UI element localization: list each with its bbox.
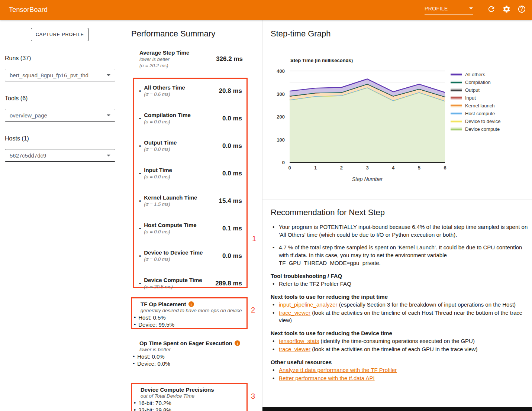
legend-label: Kernel launch bbox=[465, 103, 495, 109]
title-text: Device Compute Precisions bbox=[141, 386, 214, 393]
rec-item-link[interactable]: Better performance with the tf.data API bbox=[279, 375, 375, 381]
annotation-box-1: • All Others Time(σ = 0.6 ms) 20.8 ms • … bbox=[133, 78, 248, 288]
precisions-sub: out of Total Device Time bbox=[141, 393, 244, 399]
metric-value: 0.0 ms bbox=[222, 170, 242, 177]
tools-select-wrap: overview_page bbox=[5, 109, 115, 122]
rec-item-link[interactable]: input_pipeline_analyzer bbox=[279, 301, 338, 308]
legend-swatch-icon bbox=[451, 88, 462, 92]
dashboard-selector[interactable]: PROFILE bbox=[425, 6, 473, 14]
annotation-box-3: Device Compute Precisions out of Total D… bbox=[131, 383, 248, 411]
metric-label: Average Step Time bbox=[139, 49, 216, 56]
rec-item-text: Refer to the TF2 Profiler FAQ bbox=[279, 281, 351, 287]
bullet: • bbox=[139, 225, 141, 232]
list-item-text: Device: 99.5% bbox=[138, 321, 174, 328]
legend-swatch-icon bbox=[451, 104, 462, 107]
breakdown-row: • All Others Time(σ = 0.6 ms) 20.8 ms bbox=[138, 84, 242, 97]
rec-item-link[interactable]: trace_viewer bbox=[279, 346, 310, 352]
recommendation-bullet: Your program is POTENTIALLY input-bound … bbox=[271, 223, 528, 239]
recommendation-section: Recommendation for Next Step Your progra… bbox=[271, 208, 528, 383]
rec-item-link[interactable]: Analyze tf.data performance with the TF … bbox=[279, 367, 397, 373]
metric-value: 289.8 ms bbox=[215, 280, 242, 287]
svg-text:300: 300 bbox=[277, 91, 285, 97]
title-text: TF Op Placement bbox=[141, 301, 186, 307]
help-icon bbox=[518, 5, 526, 15]
annotation-box-2: TF Op Placement i generally desired to h… bbox=[131, 297, 248, 329]
tools-select[interactable]: overview_page bbox=[5, 109, 115, 122]
eager-sub: lower is better bbox=[139, 347, 248, 352]
metric-sigma: (σ = 20.5 ms) bbox=[144, 284, 215, 290]
legend-item: Device compute bbox=[451, 125, 500, 133]
bullet: • bbox=[139, 253, 141, 259]
bullet: • bbox=[139, 170, 141, 177]
legend-item: All others bbox=[451, 71, 500, 78]
legend-label: Output bbox=[465, 87, 480, 93]
metric-label: All Others Time bbox=[144, 84, 219, 91]
hosts-select-wrap: 5627c5dd7dc9 bbox=[5, 149, 115, 162]
metric-sigma: (σ = 0.0 ms) bbox=[144, 229, 222, 235]
info-icon[interactable]: i bbox=[235, 340, 240, 346]
bullet: • bbox=[139, 88, 141, 94]
legend-swatch-icon bbox=[451, 120, 462, 123]
rec-item-link[interactable]: trace_viewer bbox=[279, 310, 310, 316]
tools-label: Tools (6) bbox=[5, 95, 115, 102]
metric-label: Output Time bbox=[144, 139, 222, 146]
runs-select[interactable]: bert_squad_8gpu_fp16_pvt_thd bbox=[5, 69, 115, 81]
hosts-label: Hosts (1) bbox=[5, 135, 115, 142]
help-button[interactable] bbox=[517, 6, 526, 14]
breakdown-row: • Input Time(σ = 0.0 ms) 0.0 ms bbox=[138, 167, 242, 180]
recommendation-bullet: 4.7 % of the total step time sampled is … bbox=[271, 243, 528, 267]
rec-item-link[interactable]: tensorflow_stats bbox=[279, 338, 319, 344]
bullet: • bbox=[134, 321, 136, 328]
runs-select-value: bert_squad_8gpu_fp16_pvt_thd bbox=[10, 72, 88, 78]
tools-group: Tools (6) bbox=[5, 95, 115, 102]
legend-label: All others bbox=[465, 72, 485, 77]
gear-icon bbox=[502, 5, 511, 15]
bullet: • bbox=[139, 198, 141, 204]
chart-legend: All othersCompilationOutputInputKernel l… bbox=[451, 71, 500, 133]
svg-text:200: 200 bbox=[277, 114, 285, 120]
hosts-select[interactable]: 5627c5dd7dc9 bbox=[5, 149, 115, 162]
metric-value: 20.8 ms bbox=[219, 87, 242, 95]
info-icon[interactable]: i bbox=[188, 301, 194, 307]
rec-section-heading: Other useful resources bbox=[271, 359, 528, 365]
legend-swatch-icon bbox=[451, 81, 462, 84]
bullet: • bbox=[134, 314, 136, 321]
svg-text:4: 4 bbox=[392, 165, 395, 171]
rec-item: trace_viewer (look at the activities on … bbox=[271, 346, 528, 353]
bullet: • bbox=[139, 115, 141, 122]
svg-text:2: 2 bbox=[340, 165, 343, 171]
bullet: • bbox=[134, 407, 136, 411]
legend-item: Compilation bbox=[451, 78, 500, 86]
rec-item: tensorflow_stats (identify the time-cons… bbox=[271, 337, 528, 345]
chevron-down-icon bbox=[107, 155, 110, 156]
refresh-button[interactable] bbox=[487, 6, 496, 14]
performance-summary-panel: Performance Summary Average Step Time lo… bbox=[124, 20, 262, 411]
breakdown-row: • Output Time(σ = 0.0 ms) 0.0 ms bbox=[138, 139, 242, 152]
rec-section-heading: Next tools to use for reducing the input… bbox=[271, 294, 528, 300]
legend-label: Device to device bbox=[465, 119, 500, 124]
chevron-down-icon bbox=[107, 114, 110, 116]
rec-item: Analyze tf.data performance with the TF … bbox=[271, 366, 528, 374]
breakdown-row: • Device to Device Time(σ = 0.0 ms) 0.0 … bbox=[138, 249, 242, 262]
legend-swatch-icon bbox=[451, 112, 462, 115]
list-item: •Host: 0.5% bbox=[134, 314, 244, 321]
tools-select-value: overview_page bbox=[10, 112, 47, 119]
annotation-number-2: 2 bbox=[251, 306, 255, 314]
precisions-title: Device Compute Precisions bbox=[141, 386, 244, 393]
divider-horizontal bbox=[262, 200, 532, 200]
chevron-down-icon bbox=[107, 74, 110, 76]
sidebar: CAPTURE PROFILE Runs (37) bert_squad_8gp… bbox=[0, 20, 124, 411]
svg-text:Step Time (in milliseconds): Step Time (in milliseconds) bbox=[290, 58, 353, 63]
metric-label: Kernel Launch Time bbox=[144, 194, 219, 201]
legend-swatch-icon bbox=[451, 96, 462, 100]
recommendation-title: Recommendation for Next Step bbox=[271, 208, 528, 217]
legend-label: Device compute bbox=[465, 126, 500, 132]
tf-op-placement-sub: generally desired to have more ops on de… bbox=[141, 308, 244, 313]
legend-label: Input bbox=[465, 95, 476, 101]
legend-item: Device to device bbox=[451, 117, 500, 125]
rec-item: Better performance with the tf.data API bbox=[271, 375, 528, 382]
settings-button[interactable] bbox=[502, 6, 511, 14]
performance-summary-title: Performance Summary bbox=[131, 29, 215, 39]
annotation-number-1: 1 bbox=[252, 234, 256, 243]
capture-profile-button[interactable]: CAPTURE PROFILE bbox=[31, 28, 89, 41]
